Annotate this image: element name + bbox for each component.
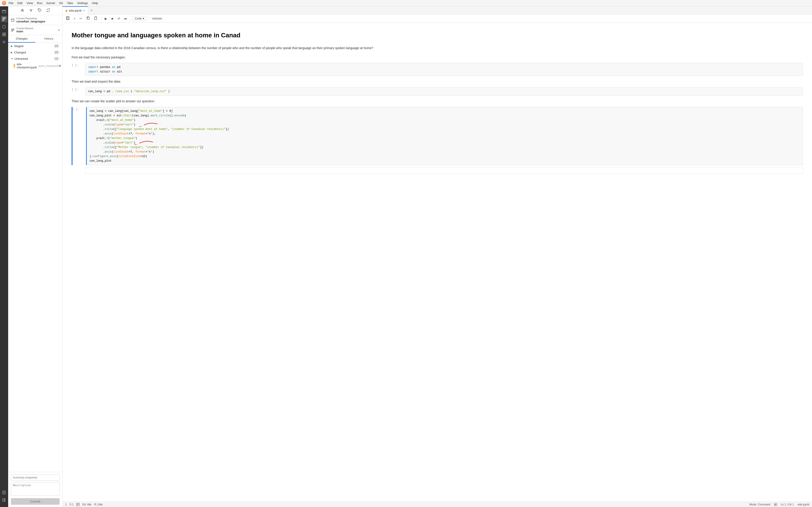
status-filename: eda.ipynb [798,503,809,506]
notebook-tab-close-button[interactable]: ✕ [83,9,85,12]
status-git: Git: idle [82,503,92,506]
cell-2-container: [ ]: can_lang = pd . read_csv ( "data/ca… [62,86,812,97]
svg-rect-27 [87,17,89,19]
cell-type-dropdown[interactable]: Code ▾ [133,16,146,21]
cell-3[interactable]: can_lang = can_lang[can_lang["most_at_ho… [86,107,803,165]
svg-rect-11 [4,35,6,36]
notebook-title: Mother tongue and languages spoken at ho… [62,27,812,44]
add-cell-button[interactable]: + [72,16,77,21]
untracked-count: (1) [53,57,60,60]
restart-run-all-button[interactable]: ⏭ [122,16,129,21]
icon-sidebar [0,6,8,507]
git-toolbar [8,6,62,15]
notebook-toolbar: + ✂ ▶ ■ ↺ ⏭ Code ▾ [62,14,812,23]
red-arrow-svg-2 [139,139,157,146]
status-check-icon [774,503,777,506]
cell-2-label: [ ]: [71,87,85,91]
menu-run[interactable]: Run [35,1,44,5]
svg-point-4 [3,17,4,18]
branch-chevron-icon: ▾ [58,29,60,32]
file-name: eda-checkpoint.ipynb [16,63,37,69]
untracked-section-header[interactable]: ▼ Untracked (1) [8,55,62,62]
commit-description-input[interactable] [11,482,60,496]
staged-arrow-icon: ▶ [11,45,13,47]
untracked-arrow-icon: ▼ [11,57,13,60]
sidebar-item-puzzle[interactable] [1,497,7,503]
app-logo [2,1,6,5]
active-cell-indicator [71,107,72,165]
stop-button[interactable]: ■ [110,16,115,21]
staged-section-header[interactable]: ▶ Staged (0) [8,43,62,49]
commit-button[interactable]: Commit [11,498,60,505]
cell-type-chevron-icon: ▾ [143,17,144,20]
restart-button[interactable]: ↺ [116,16,122,21]
code-str: "data/can_lang.csv" [134,90,166,93]
changed-section-header[interactable]: ▶ Changed (0) [8,49,62,55]
notebook-content: Mother tongue and languages spoken at ho… [62,23,812,502]
menu-tabs[interactable]: Tabs [65,1,75,5]
code-text-2: pd [115,66,120,69]
git-sidebar: Current Repository canadian_languages Cu… [8,6,62,507]
code-keyword-2: as [112,66,115,69]
svg-rect-10 [2,35,4,36]
cloud-upload-button[interactable] [19,8,26,13]
cell-type-label: Code [135,17,142,20]
code-text: pandas [98,66,112,69]
arrow-1: ← [139,123,142,130]
menu-settings[interactable]: Settings [75,1,90,5]
menu-bar: File Edit View Run Kernel Git Tabs Setti… [0,0,812,6]
tab-history[interactable]: History [35,35,62,43]
branch-icon [11,28,14,32]
branch-section[interactable]: Current Branch main ▾ [8,25,62,35]
sidebar-item-pages[interactable] [1,489,7,496]
tab-changes[interactable]: Changes [8,35,35,43]
code-paren-close: ) [168,90,170,93]
untracked-file-item[interactable]: py eda-checkpoint.ipynb .ipynb_checkpoin… [8,62,62,70]
code-module: pd [107,90,110,93]
paste-button[interactable] [92,15,99,21]
sidebar-item-circle[interactable] [1,23,7,30]
menu-kernel[interactable]: Kernel [45,1,57,5]
commit-summary-input[interactable] [11,474,60,481]
copy-button[interactable] [85,15,92,21]
sidebar-item-settings[interactable] [1,39,7,45]
validate-button[interactable]: Validate [150,16,164,21]
run-cell-button[interactable]: ▶ [103,16,109,21]
branch-label: Current Branch [16,27,33,30]
save-button[interactable] [64,15,71,21]
repo-label: Current Repository [16,17,45,20]
menu-file[interactable]: File [7,1,15,5]
sidebar-item-extensions[interactable] [1,31,7,38]
svg-point-20 [11,29,12,30]
svg-rect-8 [2,33,4,34]
changed-arrow-icon: ▶ [11,51,13,54]
code-text-4: alt [115,70,122,73]
cut-button[interactable]: ✂ [78,16,84,21]
refresh-button[interactable] [45,8,51,13]
menu-view[interactable]: View [25,1,35,5]
svg-point-17 [39,9,39,10]
cell-2[interactable]: can_lang = pd . read_csv ( "data/can_lan… [85,87,803,96]
svg-rect-18 [11,19,14,21]
menu-git[interactable]: Git [57,1,65,5]
cloud-download-button[interactable] [28,8,34,13]
arrow-2: ← [135,141,138,148]
new-tab-button[interactable]: + [88,8,95,12]
toolbar-separator-1 [101,16,101,21]
code-var: can_lang [88,90,104,93]
notebook-tab-eda[interactable]: ◉ eda.ipynb ✕ [62,6,88,14]
svg-point-22 [13,29,14,30]
menu-edit[interactable]: Edit [16,1,24,5]
sidebar-item-folder[interactable] [1,8,7,14]
sidebar-item-git[interactable] [1,16,7,22]
red-arrow-svg-1 [144,121,162,127]
changed-count: (0) [53,51,60,54]
status-right: Mode: Command Ln 1, Col 1 eda.ipynb [750,503,809,506]
notebook-tab-label: eda.ipynb [69,9,82,12]
file-sections: ▶ Staged (0) ▶ Changed (0) ▼ Untracked (… [8,43,62,472]
svg-point-5 [3,20,4,21]
menu-help[interactable]: Help [90,1,100,5]
cell-1[interactable]: import pandas as pd import altair as alt [85,63,803,76]
status-kernel: R | Idle [94,503,103,506]
tag-button[interactable] [37,8,43,13]
